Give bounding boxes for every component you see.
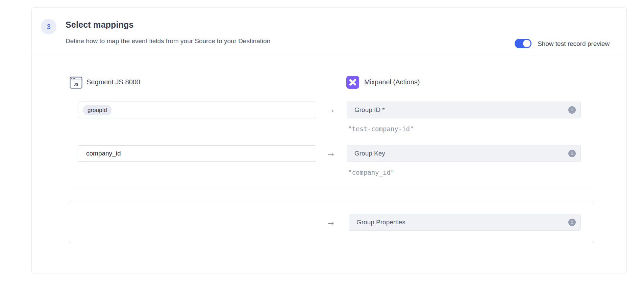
destination-field-label: Group ID * [354, 106, 568, 114]
source-field-input-company-id[interactable]: company_id [78, 145, 316, 162]
page-subtitle: Define how to map the event fields from … [66, 37, 270, 45]
destination-name: Mixpanel (Actions) [364, 78, 420, 86]
show-test-record-toggle[interactable] [515, 39, 531, 48]
arrow-right-icon: → [321, 217, 341, 227]
svg-text:JS: JS [74, 82, 78, 86]
destination-field-group-id: Group ID * i [347, 102, 581, 118]
test-record-preview-value: "test-company-id" [348, 125, 414, 133]
section-divider [70, 188, 594, 188]
javascript-browser-icon: JS [70, 77, 82, 90]
destination-field-label: Group Key [354, 150, 568, 157]
toggle-label: Show test record preview [538, 40, 610, 48]
arrow-right-icon: → [321, 105, 341, 115]
info-icon[interactable]: i [568, 219, 576, 226]
toggle-knob [523, 40, 530, 47]
source-field-chip[interactable]: groupId [83, 105, 112, 115]
destination-field-label: Group Properties [356, 219, 568, 226]
destination-field-group-properties: Group Properties i [349, 214, 581, 231]
info-icon[interactable]: i [568, 150, 576, 157]
source-field-value: company_id [78, 150, 121, 157]
header-divider [32, 56, 626, 56]
arrow-right-icon: → [321, 148, 341, 158]
info-icon[interactable]: i [568, 106, 576, 114]
page-title: Select mappings [66, 20, 134, 30]
test-record-preview-value: "company_id" [348, 169, 394, 176]
destination-field-group-key: Group Key i [347, 145, 581, 162]
mixpanel-icon [346, 76, 359, 90]
source-field-input-groupid[interactable]: groupId [78, 102, 316, 118]
select-mappings-card: 3 Select mappings Define how to map the … [31, 7, 627, 273]
source-name: Segment JS 8000 [86, 78, 140, 86]
step-number-badge: 3 [41, 19, 56, 34]
